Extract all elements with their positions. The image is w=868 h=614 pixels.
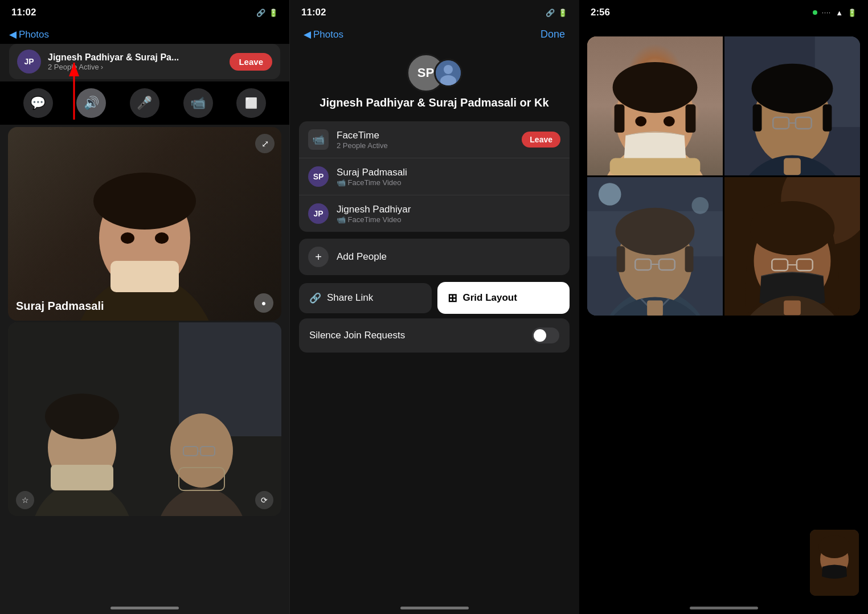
add-people-icon: + [308,247,329,267]
grid-layout-button[interactable]: ⊞ Grid Layout [437,282,570,314]
flip-camera-button[interactable]: ⟳ [255,491,273,509]
back-label-1: Photos [19,29,49,40]
video-camera-icon: 📹 [312,133,325,146]
call-header: JP Jignesh Padhiyar & Suraj Pa... 2 Peop… [9,44,280,79]
link-icon-2: 🔗 [546,9,555,17]
mic-icon: 🎤 [137,96,152,110]
svg-rect-42 [784,158,801,175]
status-bar-2: 11:02 🔗 🔋 [290,0,579,25]
svg-rect-26 [615,104,625,133]
plus-icon: + [315,251,322,264]
participant-info-jp: Jignesh Padhiyar 📹 FaceTime Video [337,204,560,224]
participant-sub-sp: 📹 FaceTime Video [337,178,560,187]
back-label-2: Photos [313,29,343,40]
screen-icon: ⬜ [245,97,257,109]
battery-icon-3: 🔋 [847,9,857,17]
avatar-sp-initials: SP [417,66,434,80]
participant-row-jp: JP Jignesh Padhiyar 📹 FaceTime Video [299,195,570,232]
caller-avatar: JP [17,50,41,73]
facetime-title: FaceTime [337,130,514,141]
home-indicator-3 [690,607,758,609]
group-avatar-photo [434,59,462,87]
status-time-1: 11:02 [11,7,36,18]
video-secondary: ☆ ⟳ [8,322,281,516]
signal-dots: ···· [822,9,831,16]
bottom-actions: 🔗 Share Link ⊞ Grid Layout [299,282,570,314]
participant-avatar-jp: JP [308,203,329,224]
participant-name-sp: Suraj Padmasali [337,167,560,178]
arrow-annotation [51,57,97,128]
add-people-label: Add People [337,251,387,263]
chat-icon: 💬 [30,96,46,110]
svg-rect-4 [110,261,179,292]
silence-section: Silence Join Requests [299,318,570,353]
back-link-2[interactable]: ◀ Photos [304,28,343,40]
grid-cell-2[interactable] [724,36,860,175]
camera-button[interactable]: 📹 [183,88,213,118]
status-time-3: 2:56 [591,7,610,18]
mic-button[interactable]: 🎤 [130,88,159,118]
leave-button-1[interactable]: Leave [230,53,272,71]
controls-bar: 💬 🔊 🎤 📹 ⬜ [0,81,289,125]
star-icon: ☆ [22,496,29,505]
svg-point-35 [752,64,833,113]
favorite-button[interactable]: ☆ [16,491,34,509]
status-icons-3: ···· ▲ 🔋 [813,9,857,17]
leave-button-2[interactable]: Leave [522,132,560,148]
add-people-section: + Add People [299,239,570,275]
svg-rect-30 [610,158,701,175]
back-chevron-2: ◀ [304,28,311,40]
participant-row-sp: SP Suraj Padmasali 📹 FaceTime Video [299,158,570,195]
silence-label: Silence Join Requests [309,330,405,341]
done-button[interactable]: Done [541,28,565,40]
status-icons-2: 🔗 🔋 [546,9,567,17]
svg-point-5 [93,173,196,230]
facetime-grid [587,36,860,316]
svg-point-21 [444,65,453,74]
grid-cell-4[interactable] [724,177,860,316]
home-indicator-1 [110,607,179,609]
done-nav: ◀ Photos Done [290,25,579,44]
back-chevron-1: ◀ [9,28,17,40]
status-time-2: 11:02 [301,7,326,18]
svg-rect-37 [823,104,832,132]
svg-rect-56 [647,300,663,316]
grid-icon: ⊞ [448,291,457,305]
mini-self-view[interactable] [809,529,860,597]
svg-rect-27 [686,104,696,133]
back-link-1[interactable]: ◀ Photos [0,25,289,44]
silence-toggle[interactable] [532,328,559,343]
grid-layout-label: Grid Layout [463,292,517,304]
status-icons-1: 🔗 🔋 [256,9,278,17]
group-name: Jignesh Padhiyar & Suraj Padmasali or Kk [290,95,579,121]
add-people-row[interactable]: + Add People [299,239,570,275]
grid-cell-3[interactable] [587,177,723,316]
grid-cell-1[interactable] [587,36,723,175]
svg-point-46 [691,197,709,214]
svg-rect-50 [617,246,625,272]
svg-point-28 [635,116,646,126]
participant-info-sp: Suraj Padmasali 📹 FaceTime Video [337,167,560,187]
home-indicator-2 [400,607,469,609]
svg-rect-51 [685,246,694,272]
chevron-right-icon: › [101,63,103,71]
svg-point-61 [750,200,835,255]
svg-point-49 [616,207,695,255]
facetime-section: 📹 FaceTime 2 People Active Leave SP Sura… [299,121,570,232]
facetime-info: FaceTime 2 People Active [337,130,514,150]
svg-point-15 [170,414,233,488]
battery-icon-1: 🔋 [269,9,278,17]
group-avatars: SP [290,44,579,95]
participant-name-jp: Jignesh Padhiyar [337,204,560,215]
screen-button[interactable]: ⬜ [236,88,266,118]
facetime-icon: 📹 [308,129,329,150]
jp-initials: JP [313,209,323,218]
svg-point-13 [45,394,119,439]
participant-mic-button[interactable]: ● [254,293,273,313]
video-main: ⤢ Suraj Padmasali ● [8,127,281,321]
flip-icon: ⟳ [261,496,268,505]
svg-point-7 [155,232,169,244]
phone-screen-1: 11:02 🔗 🔋 ◀ Photos JP Jignesh Padhiyar &… [0,0,289,614]
chat-button[interactable]: 💬 [23,88,53,118]
share-link-button[interactable]: 🔗 Share Link [299,283,432,313]
